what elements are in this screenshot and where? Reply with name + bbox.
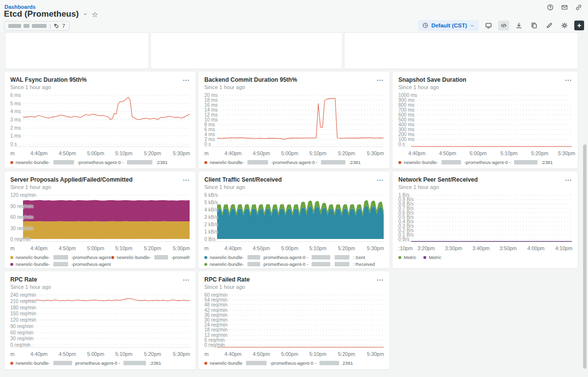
x-axis-label: 4:50pm [59,150,76,156]
x-axis-label: 4:40pm [224,150,242,156]
legend-item[interactable]: newrelic-bundle -prometheus-agent-0 - 23… [204,360,353,366]
dashboard-metadata-pill[interactable]: | 7 [4,21,70,31]
export-download-button[interactable] [514,21,524,30]
help-icon[interactable] [547,4,554,11]
mail-icon[interactable] [561,4,568,11]
legend-color-dot [398,161,401,164]
panel-menu-button[interactable]: ... [374,176,384,180]
duplicate-dashboard-button[interactable] [529,21,539,30]
favorite-star-icon[interactable]: ☆ [92,11,98,18]
panel-subtitle: Since 1 hour ago [204,284,250,290]
legend-item[interactable]: newrelic-bundle--prometheus-agent-0 - :2… [398,160,553,165]
legend-item[interactable]: newrelic-bundle-prometheus-agent-0 - :23… [10,360,161,366]
legend-redacted-block [154,255,168,259]
legend-redacted-block [246,361,267,365]
page-header: Dashboards Etcd (Prometheus) ☆ | 7 Defau… [0,0,588,31]
y-axis-label: 60 req/min [10,330,33,335]
x-axis-label: m [204,150,209,156]
x-axis-label: 5:00pm [87,351,104,357]
legend-redacted-block [441,160,461,165]
link-icon[interactable] [575,4,582,11]
dashboard-settings-button[interactable] [559,21,570,30]
redacted-block [8,24,21,28]
chart-legend: MetricMetric [398,255,572,260]
x-axis-label: 4:40pm [224,245,242,251]
panel-menu-button[interactable]: ... [562,76,572,80]
panel-menu-button[interactable]: ... [180,276,190,280]
x-axis-label: 5:10pm [309,150,326,156]
legend-label-text: -prometheus-agent-0 - [72,261,111,267]
edit-dashboard-button[interactable] [544,21,555,30]
legend-item[interactable]: Metric [398,255,416,260]
redacted-metadata [8,24,47,28]
y-axis-label: 0 B/s [398,236,410,242]
x-axis-label: 5:20pm [144,351,161,357]
x-axis-label: 5:20pm [144,245,161,251]
panel-header: RPC Failed RateSince 1 hour ago... [204,276,384,290]
panel-heading-text: RPC RateSince 1 hour ago [10,276,51,290]
legend-item[interactable]: newrelic-bundle--prometheus-agent-0 - [10,261,111,267]
add-widget-button[interactable]: + [574,21,584,30]
y-axis-label: 90 req/min [10,323,33,329]
chart-legend: newrelic-bundle -prometheus-agent-0 - 23… [204,360,384,366]
y-axis-label: 4 ms [10,109,21,114]
legend-label-text: newrelic-bundle- [210,261,244,267]
x-axis-label: 4:00pm [527,245,544,251]
x-axis-label: 5:30pm [173,351,190,357]
legend-item[interactable]: newrelic-bundle--prometheus-agent-0 - [10,255,111,260]
y-axis-label: 6 ms [10,93,21,98]
panel-menu-button[interactable]: ... [562,176,572,180]
legend-item[interactable]: newrelic-bundle--prometheus-agent-0 - :2… [204,160,361,165]
legend-label-text: -prometheus-agent-0 - [465,160,511,165]
legend-label-text: newrelic-bundle- [404,160,438,165]
legend-label-text: -prometheus-agent-0 - [77,160,124,165]
x-axis-label: 5:10pm [115,245,132,251]
title-chevron-down-icon[interactable] [83,12,88,17]
y-axis-label: 210 req/min [10,298,36,304]
x-axis-label: 5:00pm [87,245,104,251]
legend-label-text: : Sent [353,255,365,260]
panel-heading-text: Client Traffic Sent/ReceivedSince 1 hour… [204,176,282,190]
legend-color-dot [10,263,13,266]
panel-menu-button[interactable]: ... [180,176,190,180]
x-axis-label: 4:40pm [30,245,48,251]
legend-item[interactable]: newrelic-bundle--prometheus-agent-0 - - [111,255,190,260]
time-picker-button[interactable]: Default (CST) [418,20,479,31]
legend-item[interactable]: Metric [423,255,441,260]
copy-as-code-button[interactable] [498,21,509,30]
legend-item[interactable]: newrelic-bundle- prometheus-agent-0 - : … [204,255,384,260]
x-axis-label: 5:10pm [309,245,326,251]
x-axis-label: m [10,245,15,251]
legend-item[interactable]: newrelic-bundle- prometheus-agent-0 - : … [204,261,384,267]
panel-heading-text: Snapshot Save DurationSince 1 hour ago [398,76,466,90]
y-axis-label: 3 ms [10,117,21,122]
legend-label-text: -prometheus-agent-0 - [72,255,111,260]
x-axis-label: 4:40pm [30,351,48,357]
vertical-scrollbar[interactable] [583,144,587,369]
legend-item[interactable]: newrelic-bundle--prometheus-agent-0 - :2… [10,160,168,165]
panel-menu-button[interactable]: ... [374,276,384,280]
legend-label-text: :2381 [156,160,168,165]
legend-redacted-block [247,262,260,266]
legend-color-dot [423,256,426,259]
y-axis-label: 0 req/min [204,342,225,348]
legend-redacted-block [247,160,268,165]
panel-header: WAL Fsync Duration 95th%Since 1 hour ago… [10,76,190,90]
chart-area: 6 ms5 ms4 ms3 ms2 ms1 ms0 s [10,95,190,147]
dashboard-page: Dashboards Etcd (Prometheus) ☆ | 7 Defau… [0,0,588,377]
x-axis: m4:40pm4:50pm5:00pm5:10pm5:20pm5:30pm [204,149,384,156]
legend-color-dot [398,256,401,259]
page-title: Etcd (Prometheus) [4,9,79,19]
legend-color-dot [204,161,207,164]
chart-canvas [23,295,190,348]
panel-menu-button[interactable]: ... [374,76,384,80]
legend-label-text: newrelic-bundle- [16,255,50,260]
legend-redacted-block [312,262,330,266]
chevron-down-icon [470,24,474,28]
y-axis-label: 1 ms [10,133,21,139]
tv-mode-button[interactable] [483,21,494,30]
panel-menu-button[interactable]: ... [180,76,190,80]
panel-header: Server Proposals Applied/Failed/Committe… [10,176,190,190]
clock-icon [422,23,428,28]
legend-label-text: -prometheus-agent-0 - [270,360,317,366]
